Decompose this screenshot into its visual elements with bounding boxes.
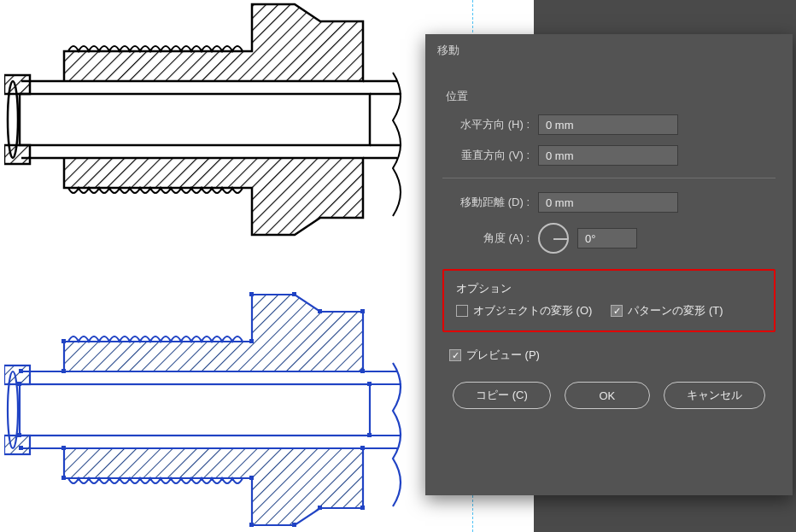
preview-label: プレビュー (P) — [466, 348, 540, 363]
svg-marker-13 — [21, 448, 363, 525]
options-section-label: オプション — [456, 281, 762, 296]
svg-rect-40 — [17, 382, 21, 386]
svg-rect-28 — [318, 309, 322, 313]
checkbox-icon — [456, 305, 468, 317]
vertical-label: 垂直方向 (V) : — [442, 148, 538, 163]
technical-drawing-bottom-selected[interactable] — [4, 290, 410, 521]
technical-drawing-top — [4, 0, 410, 231]
svg-rect-22 — [19, 369, 23, 373]
checkbox-checked-icon — [611, 305, 623, 317]
divider — [442, 178, 776, 178]
distance-input[interactable] — [538, 192, 678, 213]
ok-button[interactable]: OK — [565, 382, 650, 409]
dialog-title: 移動 — [425, 34, 793, 65]
checkbox-checked-icon — [449, 349, 461, 361]
transform-patterns-checkbox[interactable]: パターンの変形 (T) — [611, 303, 723, 319]
svg-rect-32 — [61, 446, 66, 450]
angle-input[interactable] — [577, 228, 637, 248]
svg-rect-14 — [20, 384, 370, 436]
horizontal-label: 水平方向 (H) : — [442, 117, 538, 132]
svg-rect-42 — [17, 433, 21, 437]
svg-marker-2 — [21, 158, 363, 235]
preview-checkbox[interactable]: プレビュー (P) — [449, 348, 540, 363]
svg-rect-24 — [61, 339, 66, 343]
options-highlight-box: オプション オブジェクトの変形 (O) パターンの変形 (T) — [442, 269, 776, 332]
svg-rect-34 — [249, 476, 254, 480]
distance-label: 移動距離 (D) : — [442, 195, 538, 210]
svg-rect-25 — [249, 339, 254, 343]
horizontal-input[interactable] — [538, 114, 678, 135]
move-dialog: 移動 位置 水平方向 (H) : 垂直方向 (V) : 移動距離 (D) : 角… — [425, 34, 793, 495]
transform-patterns-label: パターンの変形 (T) — [628, 303, 723, 319]
transform-objects-checkbox[interactable]: オブジェクトの変形 (O) — [456, 303, 592, 319]
svg-rect-23 — [61, 369, 66, 373]
svg-rect-35 — [249, 523, 254, 527]
angle-dial[interactable] — [538, 223, 569, 254]
svg-rect-3 — [20, 94, 370, 145]
svg-rect-31 — [19, 446, 23, 450]
svg-rect-26 — [249, 292, 254, 296]
svg-rect-27 — [292, 292, 296, 296]
svg-rect-30 — [360, 369, 365, 373]
svg-rect-39 — [360, 446, 365, 450]
svg-rect-33 — [61, 476, 66, 480]
svg-rect-38 — [360, 506, 365, 510]
cancel-button[interactable]: キャンセル — [664, 382, 765, 409]
transform-objects-label: オブジェクトの変形 (O) — [473, 303, 592, 319]
position-section-label: 位置 — [446, 89, 776, 104]
svg-rect-41 — [367, 382, 372, 386]
svg-rect-43 — [367, 433, 372, 437]
svg-rect-37 — [318, 506, 322, 510]
angle-label: 角度 (A) : — [442, 231, 538, 246]
svg-rect-36 — [292, 523, 296, 527]
svg-marker-12 — [21, 295, 363, 371]
vertical-input[interactable] — [538, 145, 678, 166]
copy-button[interactable]: コピー (C) — [453, 382, 551, 409]
svg-rect-29 — [360, 309, 365, 313]
svg-marker-1 — [21, 4, 363, 81]
